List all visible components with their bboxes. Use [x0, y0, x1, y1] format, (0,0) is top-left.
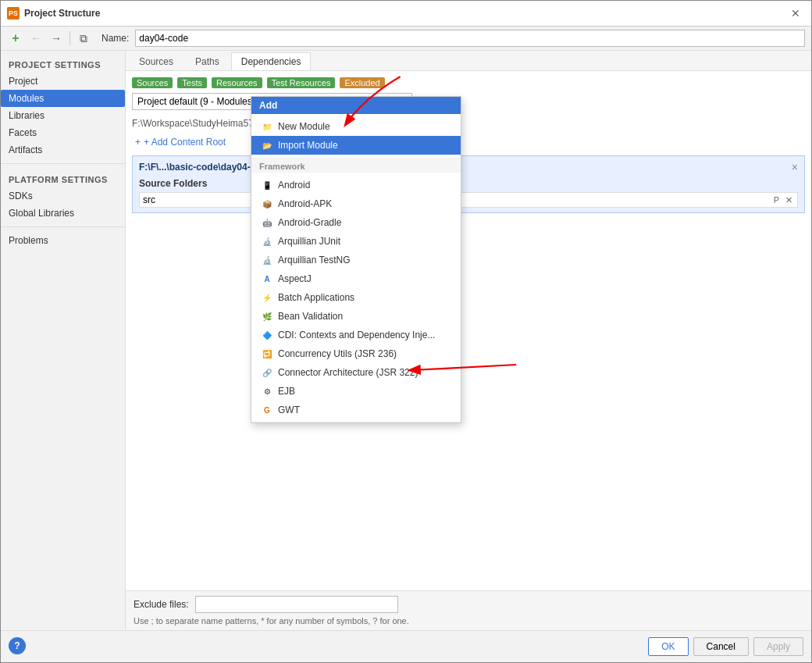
- src-action-x[interactable]: ✕: [784, 195, 794, 205]
- sidebar: Project Settings Project Modules Librari…: [1, 51, 126, 630]
- tag-excluded: Excluded: [340, 77, 384, 88]
- exclude-hint: Use ; to separate name patterns, * for a…: [134, 616, 803, 626]
- content-root-header: F:\F\...\basic-code\day04-code ×: [139, 161, 798, 173]
- compiler-select[interactable]: Project default (9 - Modules, private me…: [132, 93, 412, 110]
- compiler-value: Project default (9 - Modules, private me…: [137, 96, 398, 107]
- sidebar-item-project[interactable]: Project: [1, 73, 125, 90]
- source-folders-label: Source Folders: [139, 178, 798, 189]
- compiler-dropdown-arrow: ▼: [398, 96, 408, 107]
- sidebar-divider-2: [1, 226, 125, 227]
- src-actions: P ✕: [772, 195, 794, 205]
- content-root-section: + + Add Content Root F:\F\...\basic-code…: [132, 135, 805, 213]
- main-content: Project Settings Project Modules Librari…: [1, 51, 811, 630]
- name-input[interactable]: [135, 30, 805, 47]
- add-button[interactable]: +: [7, 30, 24, 47]
- name-label: Name:: [102, 33, 129, 44]
- exclude-row: Exclude files:: [134, 596, 803, 613]
- name-bar: Name:: [95, 30, 805, 47]
- src-folder-name: src: [143, 194, 155, 205]
- copy-button[interactable]: ⧉: [75, 30, 92, 47]
- dialog-title: Project Structure: [24, 8, 100, 19]
- tabs-bar: Sources Paths Dependencies: [126, 51, 811, 71]
- add-content-root-button[interactable]: + + Add Content Root: [132, 135, 805, 149]
- sidebar-item-sdks[interactable]: SDKs: [1, 187, 125, 205]
- title-bar-left: PS Project Structure: [7, 7, 100, 20]
- app-icon: PS: [7, 7, 20, 20]
- toolbar: + ← → ⧉ Name:: [1, 27, 811, 51]
- add-icon: +: [135, 137, 141, 148]
- tab-dependencies[interactable]: Dependencies: [231, 52, 312, 70]
- right-panel: Sources Paths Dependencies Sources Tests…: [126, 51, 811, 630]
- exclude-label: Exclude files:: [134, 599, 189, 610]
- compiler-row: Project default (9 - Modules, private me…: [132, 93, 805, 110]
- sidebar-item-global-libraries[interactable]: Global Libraries: [1, 205, 125, 222]
- ok-button[interactable]: OK: [648, 637, 688, 656]
- sidebar-item-modules[interactable]: Modules: [1, 90, 125, 107]
- back-button: ←: [27, 30, 45, 47]
- tag-test-resources: Test Resources: [267, 77, 336, 88]
- source-tags-row: Sources Tests Resources Test Resources E…: [132, 77, 805, 88]
- dialog-buttons: ? OK Cancel Apply: [1, 630, 811, 662]
- tab-sources[interactable]: Sources: [129, 52, 183, 70]
- title-bar: PS Project Structure ✕: [1, 1, 811, 27]
- content-area: Sources Tests Resources Test Resources E…: [126, 71, 811, 590]
- content-root-path: F:\F\...\basic-code\day04-code: [139, 162, 272, 173]
- cancel-button[interactable]: Cancel: [693, 637, 749, 656]
- tag-sources: Sources: [132, 77, 173, 88]
- sidebar-divider: [1, 163, 125, 164]
- bottom-bar: Exclude files: Use ; to separate name pa…: [126, 590, 811, 630]
- tag-tests: Tests: [177, 77, 207, 88]
- content-root-close-button[interactable]: ×: [792, 161, 798, 173]
- platform-settings-label: Platform Settings: [1, 169, 125, 187]
- add-content-root-label: + Add Content Root: [144, 137, 226, 148]
- sidebar-item-facets[interactable]: Facets: [1, 124, 125, 141]
- project-settings-label: Project Settings: [1, 54, 125, 73]
- sidebar-item-libraries[interactable]: Libraries: [1, 107, 125, 124]
- apply-button[interactable]: Apply: [753, 637, 803, 656]
- close-button[interactable]: ✕: [786, 5, 805, 21]
- src-row: src P ✕: [139, 192, 798, 208]
- project-structure-dialog: PS Project Structure ✕ + ← → ⧉ Name: Pro…: [0, 0, 812, 663]
- help-button[interactable]: ?: [9, 637, 26, 654]
- sidebar-item-artifacts[interactable]: Artifacts: [1, 141, 125, 159]
- exclude-input[interactable]: [195, 596, 398, 613]
- sidebar-item-problems[interactable]: Problems: [1, 232, 125, 249]
- src-action-p[interactable]: P: [772, 195, 781, 205]
- forward-button[interactable]: →: [48, 30, 65, 47]
- path-row: F:\Workspace\StudyHeima57\basic-code\day…: [132, 116, 805, 130]
- path-text: F:\Workspace\StudyHeima57\basic-code\day…: [132, 118, 353, 129]
- content-root-panel: F:\F\...\basic-code\day04-code × Source …: [132, 155, 805, 213]
- tag-resources: Resources: [212, 77, 262, 88]
- tab-paths[interactable]: Paths: [185, 52, 230, 70]
